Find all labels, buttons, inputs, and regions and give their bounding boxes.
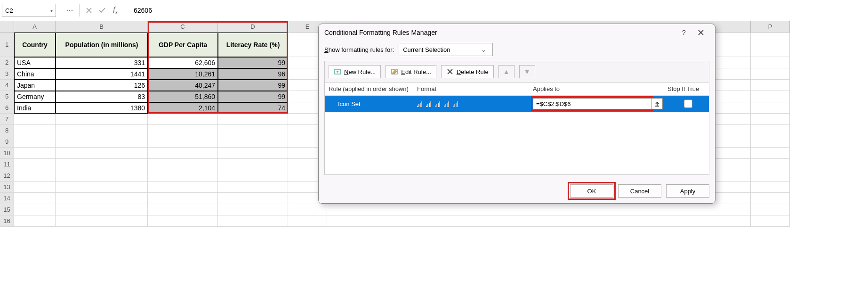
cell[interactable] — [751, 114, 790, 125]
cell[interactable]: 126 — [56, 80, 148, 91]
cell[interactable] — [218, 170, 288, 182]
cell[interactable] — [751, 215, 790, 227]
cell[interactable]: China — [14, 68, 56, 80]
cell[interactable]: Literacy Rate (%) — [218, 33, 288, 57]
row-header[interactable]: 10 — [0, 148, 14, 159]
col-header[interactable]: D — [218, 21, 288, 33]
help-button[interactable]: ? — [675, 26, 692, 39]
cell[interactable] — [751, 136, 790, 148]
cell[interactable] — [56, 114, 148, 125]
ok-button[interactable]: OK — [570, 184, 613, 198]
close-icon[interactable] — [692, 26, 709, 39]
cell[interactable] — [56, 136, 148, 148]
stop-if-true-checkbox[interactable] — [684, 99, 692, 108]
cell[interactable]: 40,247 — [148, 80, 218, 91]
cell[interactable] — [288, 215, 327, 227]
cell[interactable] — [327, 204, 751, 215]
cell[interactable] — [218, 182, 288, 193]
cell[interactable] — [148, 170, 218, 182]
row-header[interactable]: 13 — [0, 182, 14, 193]
cell[interactable] — [14, 136, 56, 148]
move-up-button[interactable]: ▲ — [498, 65, 514, 78]
cell[interactable]: 99 — [218, 91, 288, 102]
cell[interactable] — [148, 182, 218, 193]
row-header[interactable]: 1 — [0, 33, 14, 57]
cell[interactable] — [148, 114, 218, 125]
cell[interactable]: USA — [14, 57, 56, 68]
row-header[interactable]: 14 — [0, 193, 14, 204]
cell[interactable] — [56, 193, 148, 204]
row-header[interactable]: 16 — [0, 215, 14, 227]
cell[interactable]: 2,104 — [148, 102, 218, 114]
cell[interactable] — [148, 215, 218, 227]
cell[interactable] — [218, 114, 288, 125]
cell[interactable]: 331 — [56, 57, 148, 68]
cell[interactable]: 1441 — [56, 68, 148, 80]
cell[interactable]: 10,261 — [148, 68, 218, 80]
cell[interactable]: 74 — [218, 102, 288, 114]
cell[interactable] — [56, 170, 148, 182]
col-header[interactable]: B — [56, 21, 148, 33]
cell[interactable] — [148, 125, 218, 136]
cell[interactable] — [218, 215, 288, 227]
cell[interactable] — [218, 136, 288, 148]
cell[interactable] — [751, 170, 790, 182]
cancel-button[interactable]: Cancel — [618, 184, 661, 198]
row-header[interactable]: 8 — [0, 125, 14, 136]
row-header[interactable]: 6 — [0, 102, 14, 114]
cell[interactable]: Country — [14, 33, 56, 57]
cell[interactable] — [148, 193, 218, 204]
cell[interactable]: Population (in millions) — [56, 33, 148, 57]
cell[interactable] — [218, 193, 288, 204]
move-down-button[interactable]: ▼ — [519, 65, 535, 78]
select-all-corner[interactable] — [0, 21, 14, 33]
cell[interactable] — [56, 182, 148, 193]
row-header[interactable]: 15 — [0, 204, 14, 215]
cell[interactable] — [751, 159, 790, 170]
cell[interactable] — [218, 204, 288, 215]
cell[interactable] — [148, 159, 218, 170]
cell[interactable] — [56, 215, 148, 227]
cell[interactable]: 99 — [218, 57, 288, 68]
cancel-icon[interactable] — [83, 5, 95, 16]
new-rule-button[interactable]: New Rule... — [329, 65, 381, 78]
cell[interactable] — [218, 159, 288, 170]
cell[interactable] — [14, 125, 56, 136]
row-header[interactable]: 2 — [0, 57, 14, 68]
dots-icon[interactable] — [64, 5, 75, 16]
cell[interactable]: GDP Per Capita — [148, 33, 218, 57]
cell[interactable] — [751, 148, 790, 159]
cell[interactable] — [56, 125, 148, 136]
cell[interactable]: 99 — [218, 80, 288, 91]
cell[interactable]: India — [14, 102, 56, 114]
cell[interactable] — [751, 193, 790, 204]
cell[interactable]: 96 — [218, 68, 288, 80]
cell[interactable]: 51,860 — [148, 91, 218, 102]
cell[interactable] — [14, 215, 56, 227]
cell[interactable] — [288, 204, 327, 215]
row-header[interactable]: 9 — [0, 136, 14, 148]
cell[interactable] — [218, 148, 288, 159]
cell[interactable] — [751, 80, 790, 91]
row-header[interactable]: 4 — [0, 80, 14, 91]
cell[interactable] — [14, 182, 56, 193]
edit-rule-button[interactable]: Edit Rule... — [386, 65, 436, 78]
cell[interactable] — [751, 182, 790, 193]
cell[interactable] — [148, 136, 218, 148]
cell[interactable] — [14, 193, 56, 204]
apply-button[interactable]: Apply — [666, 184, 709, 198]
col-header[interactable]: A — [14, 21, 56, 33]
cell[interactable] — [327, 215, 751, 227]
cell[interactable]: 62,606 — [148, 57, 218, 68]
dialog-titlebar[interactable]: Conditional Formatting Rules Manager ? — [319, 24, 715, 41]
cell[interactable]: Germany — [14, 91, 56, 102]
cell[interactable] — [148, 148, 218, 159]
row-header[interactable]: 5 — [0, 91, 14, 102]
cell[interactable] — [751, 33, 790, 57]
cell[interactable] — [56, 204, 148, 215]
cell[interactable] — [14, 204, 56, 215]
cell[interactable] — [751, 102, 790, 114]
cell[interactable] — [148, 204, 218, 215]
cell[interactable] — [14, 114, 56, 125]
row-header[interactable]: 7 — [0, 114, 14, 125]
